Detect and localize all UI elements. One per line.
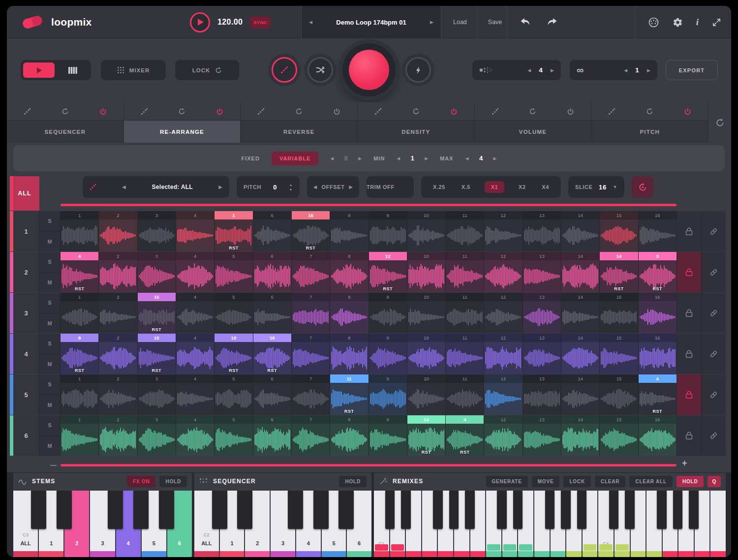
waveform[interactable] [331,425,367,454]
waveform[interactable] [62,425,97,454]
waveform[interactable] [139,221,175,250]
slice-number[interactable]: 10 [215,334,252,342]
piano-key-black[interactable] [609,491,619,529]
piano-key-black[interactable] [657,491,667,529]
slice-number[interactable]: 2 [99,374,137,383]
multiplier-option[interactable]: X4 [540,181,551,193]
pitch-value[interactable]: 0 [273,184,277,191]
slice-number[interactable]: 4 [176,252,214,260]
slice-number[interactable]: 11 [446,334,484,342]
grid-cell[interactable]: 3 [138,252,176,292]
track-number[interactable]: 4 [13,334,39,374]
slice-number[interactable]: 6 [253,415,291,424]
grid-cell[interactable]: 2 [99,334,137,374]
grid-cell[interactable]: 4RST [61,252,98,292]
waveform[interactable] [524,221,560,250]
fx-tab-label[interactable]: REVERSE [241,120,357,143]
piano-key-black[interactable] [625,491,635,529]
sync-icon[interactable] [295,108,303,115]
sequencer-hold-button[interactable]: HOLD [339,476,367,487]
waveform[interactable] [100,303,136,332]
sync-icon[interactable] [529,108,536,115]
waveform[interactable] [370,384,406,413]
keys-view-button[interactable] [57,62,89,78]
grid-cell[interactable]: 3RST [639,252,676,292]
fx-tab-label[interactable]: DENSITY [358,120,474,143]
redo-icon[interactable] [546,18,557,27]
waveform[interactable] [215,425,251,454]
min-next-icon[interactable]: ▶ [425,156,428,161]
grid-cell[interactable]: 10 [407,252,445,292]
load-button[interactable]: Load [443,6,477,38]
waveform[interactable] [524,384,560,413]
loop-view-button[interactable] [23,62,55,78]
down-icon[interactable]: ▼ [289,188,293,191]
mute-button[interactable]: M [39,395,60,415]
slice-number[interactable]: 13 [523,374,561,383]
grid-cell[interactable]: 1 [61,415,98,456]
waveform[interactable] [293,384,329,413]
grid-cell[interactable]: 1 [61,293,98,333]
slice-number[interactable]: 11 [330,374,368,383]
waveform[interactable] [293,425,329,454]
piano-key-black[interactable] [338,491,354,529]
grid-cell[interactable]: 8 [330,293,368,333]
multiplier-option[interactable]: X.5 [460,181,472,193]
slice-number[interactable]: 8 [330,293,368,301]
slice-number[interactable]: 10 [407,374,445,383]
grid-cell[interactable]: 12RST [369,252,407,292]
waveform[interactable] [562,262,598,291]
grid-cell[interactable]: 10 [407,293,445,333]
undo-icon[interactable] [520,18,531,27]
fx-on-button[interactable]: FX ON [127,476,156,487]
slice-number[interactable]: 9 [369,211,407,219]
power-icon[interactable] [450,108,458,115]
piano-key-black[interactable] [212,491,227,529]
grid-cell[interactable]: 1 [61,211,98,251]
piano-key-black[interactable] [108,491,123,529]
piano-key-white[interactable] [710,491,726,557]
min-prev-icon[interactable]: ◀ [397,156,400,161]
piano-key-black[interactable] [385,491,395,529]
slice-number[interactable]: 4 [61,252,98,260]
waveform[interactable] [62,384,97,413]
add-bar-button[interactable]: + [682,458,687,468]
slice-number[interactable]: 4 [176,293,214,301]
grid-cell[interactable]: 2 [99,211,137,251]
slice-number[interactable]: 5 [215,415,252,424]
piano-key-black[interactable] [237,491,252,529]
grid-cell[interactable]: 12 [484,252,522,292]
grid-cell[interactable]: 6 [253,415,291,456]
piano-key-black[interactable] [545,491,555,529]
slice-number[interactable]: 2 [99,293,137,301]
slice-number[interactable]: 3 [639,252,676,260]
slice-number[interactable]: 7 [292,415,330,424]
waveform[interactable] [293,303,329,332]
steps-next-icon[interactable]: ▶ [358,156,362,161]
solo-button[interactable]: S [39,415,60,436]
selected-prev-icon[interactable]: ◀ [122,185,126,189]
slice-number[interactable]: 13 [523,211,561,219]
slice-number[interactable]: 13 [523,334,561,342]
generate-button[interactable]: GENERATE [486,476,528,487]
random-icon[interactable] [257,108,265,115]
selected-next-icon[interactable]: ▶ [218,185,222,189]
quantize-button[interactable]: Q [707,476,721,487]
grid-cell[interactable]: 9 [369,211,407,251]
waveform[interactable] [331,221,367,250]
slice-number[interactable]: 9 [369,374,407,383]
grid-cell[interactable]: 8 [330,252,368,292]
slice-number[interactable]: 7 [292,374,330,383]
grid-cell[interactable]: 1 [61,374,98,415]
fx-tab-reverse[interactable]: REVERSE [241,102,358,143]
grid-cell[interactable]: 14 [561,334,599,374]
waveform[interactable] [640,343,676,373]
track-number[interactable]: 5 [13,374,39,415]
fixed-mode-button[interactable]: FIXED [242,156,260,161]
mute-button[interactable]: M [39,232,60,252]
waveform[interactable] [447,262,483,291]
slice-number[interactable]: 12 [369,252,407,260]
grid-cell[interactable]: 11 [446,211,484,251]
waveform[interactable] [447,384,483,413]
grid-cell[interactable]: 16RST [253,334,291,374]
